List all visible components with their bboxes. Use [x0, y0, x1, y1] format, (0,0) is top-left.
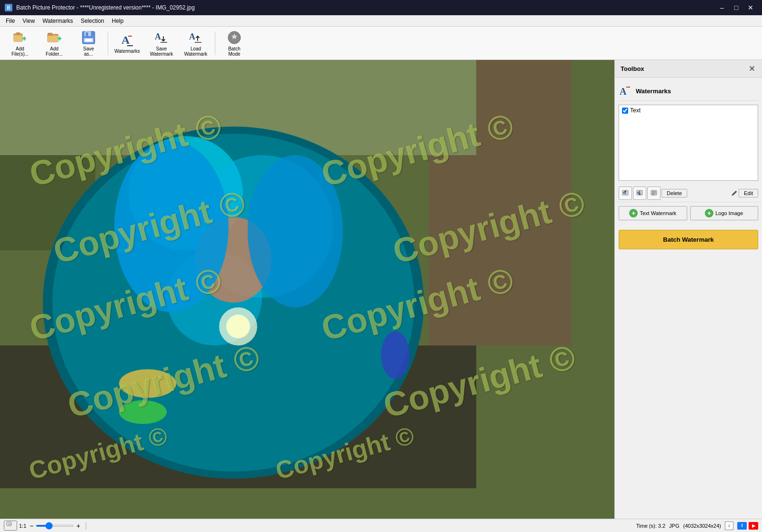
toolbox-header: Toolbox ✕ [615, 60, 762, 78]
svg-text:A: A [620, 86, 627, 97]
format-label: JPG [669, 523, 679, 529]
window-controls: – □ ✕ [715, 2, 757, 13]
batch-watermark-area: Batch Watermark [615, 224, 762, 255]
add-files-button[interactable]: AddFile(s)... [4, 29, 36, 58]
move-down-button[interactable] [633, 187, 646, 200]
svg-point-29 [119, 400, 167, 424]
add-files-icon [12, 30, 28, 45]
toolbox-panel: Toolbox ✕ A Watermarks Text [614, 60, 762, 519]
watermarks-toolbar-icon: A [120, 32, 135, 48]
move-up-button[interactable] [619, 187, 632, 200]
batch-mode-label: BatchMode [228, 46, 241, 57]
svg-rect-40 [8, 523, 11, 526]
toolbox-title: Toolbox [621, 65, 644, 72]
watermarks-button[interactable]: A Watermarks [111, 29, 143, 58]
add-folder-icon [47, 30, 62, 45]
window-title: Batch Picture Protector - ****Unregister… [16, 4, 195, 11]
save-as-button[interactable]: Saveas... [72, 29, 105, 58]
watermark-text-checkbox[interactable] [622, 108, 628, 114]
zoom-reset-button[interactable] [4, 521, 17, 531]
watermarks-section-title: Watermarks [636, 88, 671, 95]
main-content: Copyright © Copyright © Copyright © Copy… [0, 60, 762, 519]
dimensions-label: (4032x3024x24) [683, 523, 721, 529]
properties-button[interactable] [647, 187, 661, 200]
info-button[interactable]: i [725, 522, 733, 530]
add-logo-image-icon: + [705, 209, 713, 217]
batch-mode-button[interactable]: BatchMode [218, 29, 251, 58]
close-button[interactable]: ✕ [744, 2, 757, 13]
svg-point-28 [119, 369, 176, 398]
menu-help[interactable]: Help [108, 16, 128, 26]
social-icons: f ▶ [737, 522, 758, 530]
add-folder-button[interactable]: AddFolder... [38, 29, 70, 58]
save-watermark-button[interactable]: A SaveWatermark [145, 29, 178, 58]
zoom-plus-button[interactable]: + [75, 522, 81, 530]
status-separator-1 [86, 522, 86, 530]
add-folder-label: AddFolder... [46, 46, 63, 57]
zoom-label: 1:1 [19, 523, 26, 529]
maximize-button[interactable]: □ [730, 2, 743, 13]
svg-point-32 [226, 315, 250, 338]
add-files-label: AddFile(s)... [11, 46, 29, 57]
watermarks-section-icon: A [619, 84, 632, 98]
zoom-slider[interactable] [36, 525, 74, 527]
svg-rect-1 [14, 35, 22, 41]
menu-view[interactable]: View [19, 16, 39, 26]
svg-rect-5 [48, 33, 52, 36]
svg-rect-2 [16, 32, 20, 35]
zoom-minus-button[interactable]: − [28, 522, 35, 530]
toolbar-separator-2 [215, 31, 215, 55]
watermarks-list[interactable]: Text [619, 105, 758, 181]
zoom-controls: 1:1 − + [4, 521, 82, 531]
save-as-icon [81, 30, 96, 45]
svg-point-35 [623, 192, 625, 194]
load-watermark-button[interactable]: A LoadWatermark [180, 29, 212, 58]
watermark-list-item-text[interactable]: Text [619, 105, 758, 116]
save-watermark-label: SaveWatermark [150, 46, 173, 57]
menu-selection[interactable]: Selection [77, 16, 108, 26]
batch-watermark-button[interactable]: Batch Watermark [619, 230, 758, 249]
svg-rect-8 [86, 32, 88, 36]
toolbar: AddFile(s)... AddFolder... Saveas... [0, 27, 762, 60]
svg-text:A: A [121, 34, 130, 46]
status-right: Time (s): 3.2 JPG (4032x3024x24) i f ▶ [636, 522, 758, 530]
add-text-watermark-button[interactable]: + Text Watermark [619, 206, 687, 220]
watermarks-label: Watermarks [114, 49, 140, 54]
batch-mode-icon [227, 30, 242, 45]
toolbox-close-button[interactable]: ✕ [747, 64, 756, 73]
add-watermark-buttons: + Text Watermark + Logo Image [615, 202, 762, 224]
title-bar: B Batch Picture Protector - ****Unregist… [0, 0, 762, 15]
svg-rect-4 [48, 36, 58, 42]
image-area[interactable]: Copyright © Copyright © Copyright © Copy… [0, 60, 614, 519]
menu-file[interactable]: File [2, 16, 19, 26]
youtube-icon[interactable]: ▶ [749, 522, 758, 530]
svg-point-37 [637, 192, 639, 194]
facebook-icon[interactable]: f [737, 522, 747, 530]
toolbar-separator-1 [108, 31, 108, 55]
status-bar: 1:1 − + Time (s): 3.2 JPG (4032x3024x24)… [0, 519, 762, 532]
toolbox-action-toolbar: Delete Edit [615, 185, 762, 202]
info-icon-label: i [729, 523, 730, 528]
svg-point-27 [248, 155, 343, 307]
load-watermark-icon: A [188, 30, 203, 45]
svg-text:A: A [189, 32, 195, 41]
add-text-watermark-icon: + [629, 209, 638, 217]
menu-watermarks[interactable]: Watermarks [39, 16, 77, 26]
minimize-button[interactable]: – [715, 2, 729, 13]
save-watermark-icon: A [154, 30, 169, 45]
time-label: Time (s): 3.2 [636, 523, 665, 529]
svg-rect-10 [85, 39, 92, 41]
load-watermark-label: LoadWatermark [184, 46, 208, 57]
add-text-watermark-label: Text Watermark [640, 210, 676, 216]
watermark-list-item-label: Text [630, 107, 641, 114]
app-icon: B [5, 4, 12, 11]
title-bar-left: B Batch Picture Protector - ****Unregist… [5, 4, 195, 11]
edit-icon [731, 190, 738, 197]
delete-button[interactable]: Delete [662, 189, 687, 197]
add-logo-image-button[interactable]: + Logo Image [690, 206, 759, 220]
svg-text:A: A [155, 32, 161, 41]
watermarks-section: A Watermarks [615, 78, 762, 101]
svg-point-26 [114, 141, 229, 312]
edit-button[interactable]: Edit [739, 189, 758, 197]
facebook-label: f [742, 523, 743, 528]
